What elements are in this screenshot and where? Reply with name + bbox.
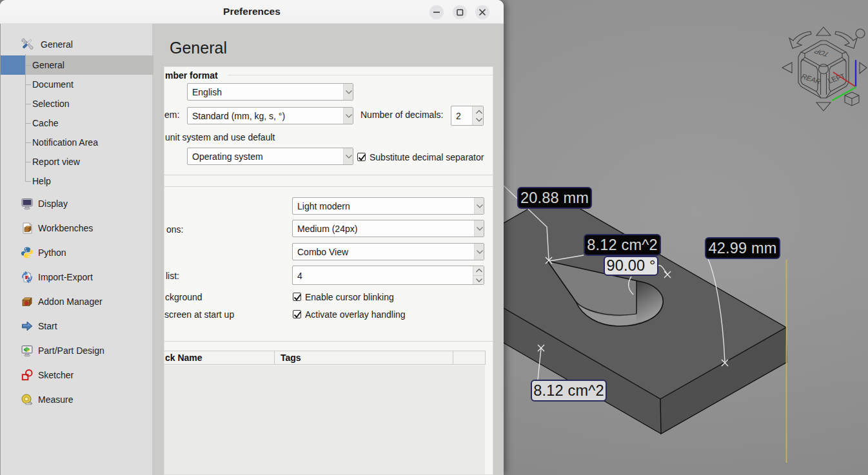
svg-text:REAR: REAR (800, 73, 822, 86)
svg-text:TOP: TOP (812, 48, 831, 58)
